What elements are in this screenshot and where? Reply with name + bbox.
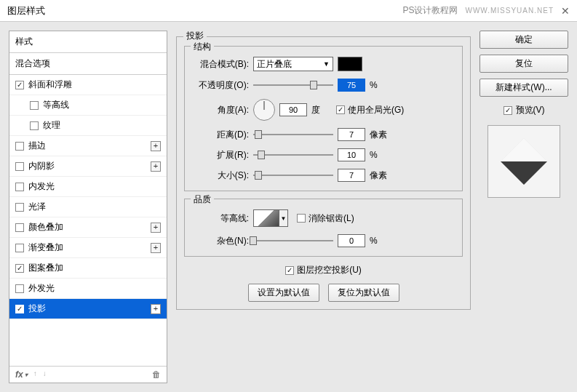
blend-mode-row: 混合模式(B): 正片叠底 ▼ bbox=[192, 57, 455, 71]
titlebar-right: PS设计教程网 WWW.MISSYUAN.NET ✕ bbox=[402, 4, 570, 17]
cancel-button[interactable]: 复位 bbox=[479, 55, 568, 73]
style-item-label: 外发光 bbox=[28, 282, 55, 295]
site-label: PS设计教程网 bbox=[402, 4, 458, 17]
style-item-label: 等高线 bbox=[43, 99, 69, 111]
size-slider[interactable] bbox=[253, 169, 333, 182]
noise-slider[interactable] bbox=[253, 234, 333, 247]
style-item-8[interactable]: 渐变叠加+ bbox=[9, 238, 167, 258]
new-style-button[interactable]: 新建样式(W)... bbox=[479, 79, 568, 97]
distance-slider[interactable] bbox=[253, 128, 333, 141]
spread-input[interactable] bbox=[338, 148, 365, 161]
checkbox-icon[interactable] bbox=[15, 142, 24, 151]
antialias-label: 消除锯齿(L) bbox=[309, 212, 354, 225]
expand-icon[interactable]: + bbox=[151, 304, 161, 314]
trash-icon[interactable]: 🗑 bbox=[152, 369, 161, 380]
style-item-label: 投影 bbox=[28, 303, 46, 315]
angle-label: 角度(A): bbox=[192, 104, 249, 116]
checkbox-icon[interactable] bbox=[30, 101, 39, 110]
noise-unit: % bbox=[370, 236, 390, 246]
styles-header[interactable]: 样式 bbox=[9, 31, 167, 53]
quality-legend: 品质 bbox=[191, 193, 214, 206]
reset-default-button[interactable]: 复位为默认值 bbox=[328, 284, 399, 302]
contour-picker[interactable] bbox=[253, 209, 279, 227]
chevron-down-icon: ▼ bbox=[323, 60, 330, 68]
move-up-icon[interactable]: ↑ bbox=[33, 369, 37, 380]
blending-options[interactable]: 混合选项 bbox=[9, 53, 167, 75]
checkbox-icon[interactable] bbox=[15, 264, 24, 273]
angle-input[interactable] bbox=[279, 103, 307, 116]
main: 样式 混合选项 斜面和浮雕等高线纹理描边+内阴影+内发光光泽颜色叠加+渐变叠加+… bbox=[0, 22, 577, 392]
angle-dial[interactable] bbox=[253, 99, 275, 121]
checkbox-icon[interactable] bbox=[15, 305, 24, 313]
angle-row: 角度(A): 度 使用全局光(G) bbox=[192, 99, 455, 121]
global-light-checkbox[interactable]: 使用全局光(G) bbox=[336, 104, 404, 116]
style-item-label: 斜面和浮雕 bbox=[28, 79, 72, 91]
shadow-color-swatch[interactable] bbox=[338, 57, 362, 71]
style-item-9[interactable]: 图案叠加 bbox=[9, 258, 167, 279]
contour-label: 等高线: bbox=[192, 212, 249, 225]
effect-title: 投影 bbox=[183, 30, 207, 42]
checkbox-icon[interactable] bbox=[15, 81, 24, 89]
spread-label: 扩展(R): bbox=[192, 149, 249, 161]
blend-mode-select[interactable]: 正片叠底 ▼ bbox=[253, 57, 333, 71]
checkbox-icon[interactable] bbox=[30, 121, 39, 130]
expand-icon[interactable]: + bbox=[151, 243, 161, 253]
opacity-row: 不透明度(O): % bbox=[192, 79, 455, 92]
spread-row: 扩展(R): % bbox=[192, 148, 455, 161]
distance-input[interactable] bbox=[338, 128, 365, 141]
contour-dropdown-icon[interactable]: ▼ bbox=[279, 209, 288, 227]
style-item-2[interactable]: 纹理 bbox=[9, 116, 167, 136]
opacity-input[interactable] bbox=[338, 79, 365, 92]
ok-button[interactable]: 确定 bbox=[479, 31, 568, 49]
contour-row: 等高线: ▼ 消除锯齿(L) bbox=[192, 209, 455, 227]
quality-fieldset: 品质 等高线: ▼ 消除锯齿(L) 杂色(N): bbox=[184, 199, 463, 257]
expand-icon[interactable]: + bbox=[151, 161, 161, 172]
style-item-10[interactable]: 外发光 bbox=[9, 279, 167, 299]
distance-unit: 像素 bbox=[370, 129, 390, 141]
style-item-6[interactable]: 光泽 bbox=[9, 197, 167, 217]
noise-input[interactable] bbox=[338, 234, 365, 247]
distance-label: 距离(D): bbox=[192, 129, 249, 141]
checkbox-icon[interactable] bbox=[15, 223, 24, 232]
expand-icon[interactable]: + bbox=[151, 141, 161, 151]
style-item-label: 渐变叠加 bbox=[28, 241, 63, 254]
checkbox-icon[interactable] bbox=[15, 162, 24, 171]
close-icon[interactable]: ✕ bbox=[561, 5, 570, 17]
opacity-label: 不透明度(O): bbox=[192, 79, 249, 92]
spread-unit: % bbox=[370, 150, 390, 160]
move-down-icon[interactable]: ↓ bbox=[43, 369, 47, 380]
size-input[interactable] bbox=[338, 169, 365, 182]
style-item-11[interactable]: 投影+ bbox=[9, 299, 167, 319]
blend-mode-label: 混合模式(B): bbox=[192, 58, 249, 71]
style-item-3[interactable]: 描边+ bbox=[9, 136, 167, 156]
preview-checkbox[interactable]: 预览(V) bbox=[479, 104, 568, 116]
styles-footer: fx▾ ↑ ↓ 🗑 bbox=[9, 366, 167, 383]
distance-row: 距离(D): 像素 bbox=[192, 128, 455, 141]
checkbox-icon[interactable] bbox=[15, 203, 24, 212]
style-item-4[interactable]: 内阴影+ bbox=[9, 156, 167, 177]
antialias-checkbox[interactable]: 消除锯齿(L) bbox=[297, 212, 354, 225]
expand-icon[interactable]: + bbox=[151, 223, 161, 233]
watermark: WWW.MISSYUAN.NET bbox=[465, 7, 554, 15]
spread-slider[interactable] bbox=[253, 148, 333, 161]
preview-label: 预览(V) bbox=[516, 104, 545, 116]
preview-box bbox=[488, 125, 560, 198]
style-item-0[interactable]: 斜面和浮雕 bbox=[9, 75, 167, 95]
knockout-checkbox[interactable]: 图层挖空投影(U) bbox=[285, 264, 362, 276]
noise-label: 杂色(N): bbox=[192, 235, 249, 247]
style-item-7[interactable]: 颜色叠加+ bbox=[9, 217, 167, 238]
noise-row: 杂色(N): % bbox=[192, 234, 455, 247]
center-panel: 投影 结构 混合模式(B): 正片叠底 ▼ 不透明度(O): % bbox=[176, 31, 471, 383]
global-light-label: 使用全局光(G) bbox=[348, 104, 404, 116]
opacity-slider[interactable] bbox=[253, 79, 333, 92]
checkbox-icon bbox=[285, 266, 294, 275]
checkbox-icon bbox=[297, 214, 306, 223]
fx-icon[interactable]: fx▾ bbox=[15, 369, 28, 380]
style-item-1[interactable]: 等高线 bbox=[9, 95, 167, 116]
style-item-5[interactable]: 内发光 bbox=[9, 177, 167, 197]
make-default-button[interactable]: 设置为默认值 bbox=[248, 284, 319, 302]
checkbox-icon[interactable] bbox=[15, 284, 24, 293]
checkbox-icon[interactable] bbox=[15, 244, 24, 252]
checkbox-icon[interactable] bbox=[15, 183, 24, 191]
opacity-unit: % bbox=[370, 80, 390, 90]
